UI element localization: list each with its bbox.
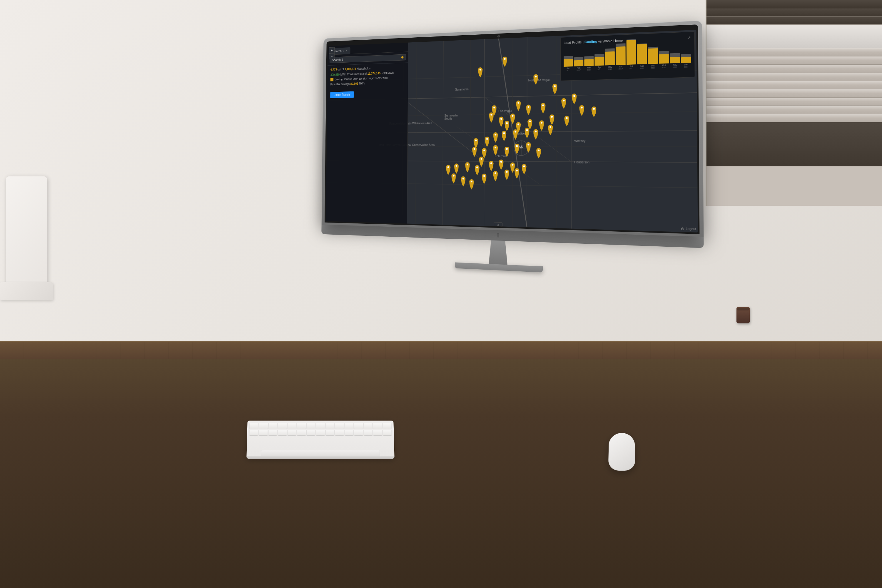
chair-seat: [0, 282, 53, 300]
blind-slat: [706, 0, 882, 8]
desk-grain: [0, 342, 882, 358]
keyboard-key: [307, 429, 315, 435]
camera-dot: [498, 35, 500, 38]
bar-stack: [574, 57, 583, 66]
bar-month-label: Jun2017: [619, 66, 623, 70]
svg-line-16: [416, 42, 417, 224]
keyboard-key: [268, 429, 277, 435]
blind-slat: [706, 48, 882, 57]
bar-stack: [595, 54, 604, 66]
monitor-frame: + North Las Vegas Las Vegas Summerlin Su…: [322, 21, 704, 237]
mwh-consumed: 300,839: [330, 73, 340, 76]
map-label-paradise: Paradise: [513, 132, 525, 135]
monitor-inner-frame: + North Las Vegas Las Vegas Summerlin Su…: [325, 24, 699, 234]
chart-expand-button[interactable]: ⤢: [687, 35, 691, 40]
logout-label: Logout: [686, 227, 696, 231]
households-count: 6,773: [330, 68, 337, 71]
keyboard-key: [354, 423, 363, 429]
desk: [0, 341, 882, 588]
bar-month-label: Apr2017: [597, 66, 602, 70]
bar-stack: [564, 56, 573, 67]
map-label-summerlin-south: SummerlinSouth: [444, 114, 458, 120]
bar-stack: [681, 54, 691, 63]
monitor-neck: [486, 240, 510, 265]
bar-stack: [626, 39, 636, 64]
keyboard-key: [307, 423, 315, 429]
svg-line-17: [470, 40, 471, 225]
stats-panel: 6,773 out of 1,403,573 Households 300,83…: [327, 63, 408, 90]
bar-month-label: Sep2017: [651, 64, 655, 69]
cooling-bar: [595, 57, 604, 66]
chair-back: [6, 176, 47, 294]
keyboard-key: [345, 429, 353, 435]
bar-month-label: Dec2017: [684, 63, 688, 68]
logout-icon: ⏻: [681, 227, 684, 231]
zoom-controls: + −: [329, 47, 334, 59]
chart-bar-group: Oct2017: [659, 51, 669, 69]
bar-month-label: Mar2017: [587, 66, 591, 71]
keyboard-key: [259, 423, 268, 429]
keyboard-key: [382, 423, 392, 429]
cooling-bar: [637, 44, 647, 64]
cooling-label: Cooling: 130,953 MWh out of 3,773,412 MW…: [334, 76, 387, 81]
keyboard-key: [259, 429, 268, 435]
keyboard-key: [373, 429, 382, 435]
keyboard-key: [335, 423, 344, 429]
savings-val: 80,806: [351, 82, 358, 85]
cooling-bar: [626, 40, 636, 64]
blind-slat: [706, 16, 882, 25]
keyboard-bottom: [246, 456, 394, 459]
keyboard-key: [278, 423, 287, 429]
mwh-label: MWh Consumed out of: [340, 72, 368, 76]
bar-month-label: Jul2017: [629, 65, 634, 69]
search-input-wrap[interactable]: [330, 54, 406, 63]
chart-bar-group: Dec2017: [681, 54, 691, 68]
keyboard-key: [354, 429, 363, 435]
monitor-container: + North Las Vegas Las Vegas Summerlin Su…: [321, 21, 704, 280]
bar-stack: [670, 53, 680, 63]
bar-month-label: May2017: [608, 66, 612, 70]
keyboard-key: [326, 429, 334, 435]
map-label-henderson: Henderson: [574, 160, 590, 164]
svg-line-4: [484, 39, 484, 226]
search-input[interactable]: [332, 56, 400, 62]
chart-bar-group: Sep2017: [648, 47, 658, 69]
blind-slat: [706, 98, 882, 106]
map-label-north-las-vegas: North Las Vegas: [528, 78, 550, 82]
screen: + North Las Vegas Las Vegas Summerlin Su…: [326, 30, 698, 232]
keyboard-spacebar: [261, 450, 380, 456]
households-total: 1,403,573: [345, 68, 356, 71]
zoom-out-button[interactable]: −: [329, 53, 334, 59]
map-label-enterprise: Enterprise: [495, 154, 508, 158]
chart-title-highlight: Cooling: [585, 40, 597, 44]
chair: [0, 176, 64, 323]
keyboard-key: [250, 423, 258, 429]
bar-stack: [659, 51, 669, 63]
export-results-button[interactable]: Export Results: [330, 92, 354, 98]
cooling-legend-box: [330, 78, 333, 81]
keyboard-key: [326, 423, 334, 429]
svg-line-5: [527, 38, 527, 227]
savings-unit-label: MWh: [359, 82, 365, 85]
zoom-in-button[interactable]: +: [329, 47, 334, 53]
keyboard-key: [278, 429, 287, 435]
bar-month-label: Jan2017: [566, 67, 570, 72]
bar-stack: [605, 48, 615, 65]
logout-button[interactable]: ⏻ Logout: [681, 227, 696, 231]
chart-title-suffix: vs Whole Home: [598, 39, 623, 43]
svg-line-10: [403, 97, 484, 161]
sidebar-panel: Search 1 × 6,773: [326, 43, 408, 224]
svg-point-24: [326, 42, 330, 46]
keyboard-key: [335, 429, 344, 435]
collapse-button[interactable]: ▲: [494, 222, 502, 226]
keyboard-key: [364, 429, 372, 435]
bar-stack: [637, 44, 647, 64]
chart-bar-group: Jun2017: [616, 43, 626, 70]
chart-bar-group: Apr2017: [595, 54, 604, 70]
bar-month-label: Feb2017: [576, 67, 580, 71]
tab-close-button[interactable]: ×: [345, 49, 347, 52]
chart-bar-group: Jan2017: [564, 56, 573, 72]
keyboard-key: [383, 429, 392, 435]
chart-bar-group: May2017: [605, 48, 615, 70]
cooling-bar: [681, 57, 691, 63]
